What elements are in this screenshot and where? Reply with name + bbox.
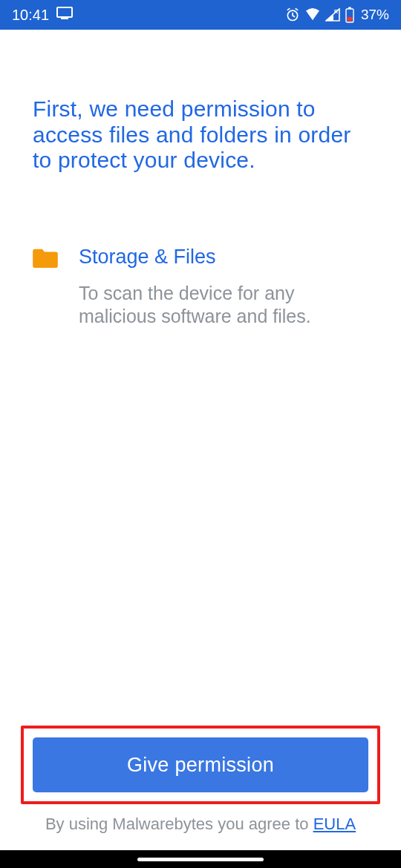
svg-rect-5 bbox=[348, 7, 351, 10]
screen-share-icon bbox=[56, 7, 73, 24]
highlighted-action-area: Give permission bbox=[21, 726, 380, 804]
folder-icon bbox=[33, 247, 58, 271]
alarm-icon bbox=[285, 7, 300, 22]
svg-rect-1 bbox=[61, 18, 68, 19]
svg-rect-0 bbox=[57, 7, 72, 17]
wifi-icon bbox=[304, 8, 321, 22]
android-nav-bar bbox=[0, 850, 401, 868]
eula-link[interactable]: EULA bbox=[313, 815, 356, 833]
eula-agreement-line: By using Malwarebytes you agree to EULA bbox=[21, 815, 380, 834]
gesture-handle[interactable] bbox=[137, 858, 264, 861]
svg-text:R: R bbox=[334, 9, 338, 14]
eula-prefix: By using Malwarebytes you agree to bbox=[45, 815, 313, 833]
permission-headline: First, we need permission to access file… bbox=[33, 96, 368, 174]
status-bar: 10:41 R 37% bbox=[0, 0, 401, 30]
permission-item-storage: Storage & Files To scan the device for a… bbox=[33, 245, 368, 329]
battery-percent: 37% bbox=[361, 7, 389, 23]
status-time: 10:41 bbox=[12, 7, 49, 24]
permission-description: To scan the device for any malicious sof… bbox=[79, 282, 368, 329]
permission-title: Storage & Files bbox=[79, 245, 368, 269]
give-permission-button[interactable]: Give permission bbox=[33, 737, 368, 792]
signal-icon: R bbox=[325, 8, 340, 22]
battery-icon bbox=[345, 7, 355, 23]
svg-rect-6 bbox=[347, 17, 352, 22]
